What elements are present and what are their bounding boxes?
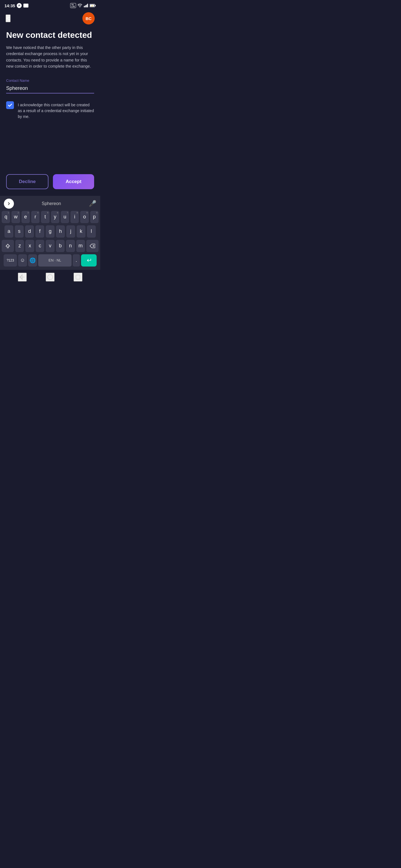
status-right: Vo LTE ⚡ [70, 3, 96, 8]
decline-button[interactable]: Decline [6, 174, 49, 189]
key-globe[interactable]: 🌐 [28, 254, 37, 267]
key-v[interactable]: v [46, 240, 54, 252]
battery-icon: ⚡ [90, 4, 96, 7]
svg-rect-0 [84, 6, 85, 7]
key-k[interactable]: k [77, 225, 85, 238]
key-i[interactable]: 8i [70, 211, 79, 223]
keyboard-row-3: z x c v b n m [2, 240, 98, 252]
key-g[interactable]: g [46, 225, 55, 238]
key-r[interactable]: 4r [31, 211, 39, 223]
nav-back-button[interactable] [18, 273, 27, 282]
svg-rect-10 [76, 275, 80, 279]
key-a[interactable]: a [4, 225, 13, 238]
svg-rect-2 [86, 5, 87, 7]
key-y[interactable]: 6y [51, 211, 59, 223]
main-content: New contact detected We have noticed tha… [0, 28, 100, 174]
keyboard: Sphereon 🎤 1q 2w 3e 4r 5t 6y 7u 8i 9o 0p… [0, 196, 100, 270]
key-o[interactable]: 9o [80, 211, 89, 223]
svg-point-9 [48, 275, 53, 280]
key-h[interactable]: h [56, 225, 65, 238]
key-s[interactable]: s [15, 225, 24, 238]
svg-rect-1 [85, 5, 86, 7]
acknowledgement-label: I acknowledge this contact will be creat… [18, 101, 94, 120]
status-bar: 14:35 P Vo LTE ⚡ [0, 0, 100, 10]
key-m[interactable]: m [76, 240, 85, 252]
key-z[interactable]: z [15, 240, 24, 252]
key-x[interactable]: x [25, 240, 34, 252]
signal-icon [84, 4, 88, 7]
top-nav: < BC [0, 10, 100, 28]
key-shift[interactable] [2, 240, 14, 252]
nav-recents-button[interactable] [74, 273, 82, 282]
key-c[interactable]: c [36, 240, 44, 252]
key-num-toggle[interactable]: ?123 [4, 254, 17, 267]
avatar[interactable]: BC [82, 12, 95, 25]
key-d[interactable]: d [25, 225, 34, 238]
key-space[interactable]: EN · NL [38, 254, 71, 267]
key-w[interactable]: 2w [11, 211, 20, 223]
keyboard-row-1: 1q 2w 3e 4r 5t 6y 7u 8i 9o 0p [2, 211, 98, 223]
key-e[interactable]: 3e [22, 211, 30, 223]
contact-name-group: Contact Name [6, 79, 94, 93]
nav-bar [0, 270, 100, 284]
status-time: 14:35 [4, 3, 15, 8]
key-l[interactable]: l [87, 225, 96, 238]
keyboard-row-2: a s d f g h j k l [2, 225, 98, 238]
key-u[interactable]: 7u [61, 211, 69, 223]
keyboard-toolbar: Sphereon 🎤 [2, 199, 98, 211]
key-period[interactable]: . [73, 254, 80, 267]
contact-name-input[interactable] [6, 84, 94, 93]
status-left: 14:35 P [4, 3, 28, 8]
microphone-icon[interactable]: 🎤 [89, 200, 96, 207]
lte-badge: Vo LTE [70, 3, 76, 8]
page-title: New contact detected [6, 30, 94, 40]
svg-text:⚡: ⚡ [91, 5, 93, 7]
key-backspace[interactable] [86, 240, 98, 252]
back-button[interactable]: < [6, 14, 10, 22]
keyboard-expand-button[interactable] [4, 199, 14, 209]
key-p[interactable]: 0p [90, 211, 98, 223]
key-emoji[interactable]: ☺ [18, 254, 27, 267]
key-enter[interactable] [81, 254, 97, 267]
nav-home-button[interactable] [46, 273, 55, 282]
key-j[interactable]: j [66, 225, 75, 238]
accept-button[interactable]: Accept [53, 174, 94, 189]
keyboard-text-preview: Sphereon [42, 201, 61, 206]
keyboard-row-4: ?123 ☺ 🌐 EN · NL . [2, 254, 98, 267]
key-q[interactable]: 1q [2, 211, 10, 223]
wifi-icon [78, 4, 82, 7]
page-description: We have noticed that the other party in … [6, 44, 94, 69]
image-status-icon [23, 4, 28, 7]
button-row: Decline Accept [0, 174, 100, 196]
acknowledgement-checkbox[interactable] [6, 101, 14, 109]
p-icon: P [17, 3, 22, 8]
contact-name-label: Contact Name [6, 79, 94, 83]
key-b[interactable]: b [56, 240, 65, 252]
key-f[interactable]: f [35, 225, 44, 238]
key-t[interactable]: 5t [41, 211, 49, 223]
svg-rect-5 [95, 5, 96, 6]
svg-rect-3 [87, 4, 88, 7]
key-n[interactable]: n [66, 240, 75, 252]
acknowledgement-row: I acknowledge this contact will be creat… [6, 101, 94, 120]
